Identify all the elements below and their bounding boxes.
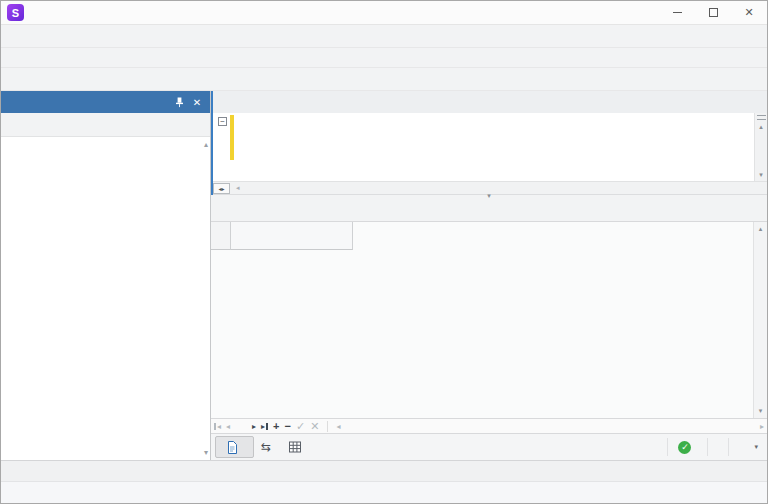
minimize-button[interactable]: [659, 1, 695, 24]
cancel-edit-button[interactable]: ✕: [310, 421, 319, 432]
scroll-down-arrow[interactable]: ▾: [759, 171, 763, 181]
scroll-right-arrow[interactable]: ▸: [760, 422, 764, 431]
delete-record-button[interactable]: −: [285, 421, 291, 432]
explorer-tree: ▴ ▾: [1, 137, 210, 460]
editor-vertical-scrollbar[interactable]: ▴ ▾: [754, 113, 767, 181]
column-header-actor-name[interactable]: [231, 222, 353, 250]
explorer-toolbar: [1, 113, 210, 137]
last-record-button[interactable]: ▸: [261, 422, 268, 431]
scroll-up-arrow[interactable]: ▴: [204, 140, 208, 149]
post-edit-button[interactable]: ✓: [296, 421, 305, 432]
close-icon: ✕: [744, 6, 753, 19]
server-info[interactable]: [728, 438, 749, 456]
next-record-button[interactable]: ▸: [252, 422, 256, 431]
workspace: − ▴ ▾ ◂▸ ◂ ▾: [211, 91, 767, 460]
document-tabs: [211, 91, 767, 113]
close-panel-button[interactable]: ✕: [188, 93, 206, 111]
changed-lines-bar: [230, 115, 234, 160]
swap-view-button[interactable]: ⇆: [254, 440, 278, 454]
panel-splitter[interactable]: [211, 91, 213, 195]
collapse-results-icon[interactable]: ▾: [487, 192, 491, 200]
results-tab-strip: ⇆ ✓ ▾: [211, 433, 767, 460]
scroll-left-arrow[interactable]: ◂: [336, 422, 340, 431]
minimize-icon: [673, 12, 682, 13]
standard-toolbar: [1, 25, 767, 48]
code-area[interactable]: [237, 113, 754, 181]
pin-button[interactable]: [170, 93, 188, 111]
close-button[interactable]: ✕: [731, 1, 767, 24]
tab-data[interactable]: [278, 436, 317, 458]
split-view-button[interactable]: ◂▸: [213, 183, 230, 194]
success-check-icon: ✓: [678, 441, 691, 454]
first-record-button[interactable]: ◂: [214, 422, 221, 431]
select-all-corner[interactable]: [211, 222, 231, 250]
sql-editor[interactable]: − ▴ ▾: [211, 113, 767, 181]
main-area: ✕ ▴ ▾ − ▴ ▾: [1, 91, 767, 460]
maximize-icon: [709, 8, 718, 17]
maximize-button[interactable]: [695, 1, 731, 24]
app-logo-icon: S: [7, 4, 24, 21]
execution-duration: [707, 438, 728, 456]
bottom-panel-tabs: [1, 460, 767, 481]
scroll-down-arrow[interactable]: ▾: [759, 407, 763, 415]
pin-icon: [175, 97, 184, 108]
execution-status: ✓: [667, 438, 707, 456]
database-explorer-panel: ✕ ▴ ▾: [1, 91, 211, 460]
text-editor-toolbar: [1, 48, 767, 68]
sql-doc-icon: [225, 440, 239, 454]
scroll-down-arrow[interactable]: ▾: [204, 448, 208, 457]
editor-gutter: −: [211, 113, 237, 181]
record-navigator: ◂ ◂ ▸ ▸ + − ✓ ✕ ◂ ▸: [211, 418, 767, 433]
prev-record-button[interactable]: ◂: [226, 422, 230, 431]
grid-icon: [288, 440, 302, 454]
results-toolbar: ▾: [211, 194, 767, 221]
fold-toggle-icon[interactable]: −: [218, 117, 227, 126]
status-bar: [1, 481, 767, 503]
results-grid: ▴ ▾: [211, 221, 767, 418]
split-editor-handle[interactable]: [757, 115, 766, 120]
grid-vertical-scrollbar[interactable]: ▴ ▾: [753, 222, 767, 418]
window-controls: ✕: [659, 1, 767, 24]
explorer-header: ✕: [1, 91, 210, 113]
status-dropdown-caret[interactable]: ▾: [749, 443, 763, 451]
sql-toolbar: [1, 68, 767, 91]
tab-text[interactable]: [215, 436, 254, 458]
scroll-left-arrow[interactable]: ◂: [232, 184, 244, 192]
append-record-button[interactable]: +: [273, 421, 279, 432]
close-icon: ✕: [193, 97, 201, 108]
scroll-up-arrow[interactable]: ▴: [759, 123, 763, 131]
app-window: S ✕ ✕ ▴ ▾: [0, 0, 768, 504]
menubar: S ✕: [1, 1, 767, 25]
scroll-up-arrow[interactable]: ▴: [759, 225, 763, 233]
status-group: ✓ ▾: [667, 434, 763, 460]
grid-header: [211, 222, 767, 250]
separator: [327, 421, 328, 432]
